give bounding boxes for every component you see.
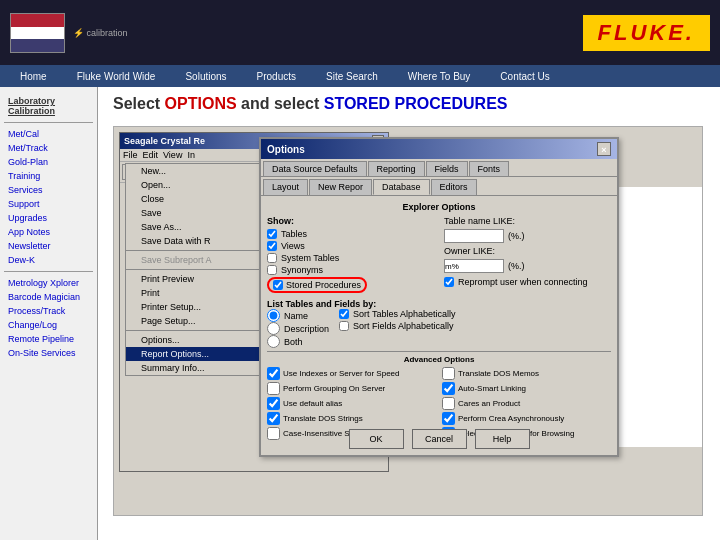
tab-fields[interactable]: Fields	[426, 161, 468, 176]
adv-cb-alias-label: Use default alias	[283, 399, 342, 408]
file-menu-pagesetup[interactable]: Page Setup...	[126, 314, 274, 328]
tab-database[interactable]: Database	[373, 179, 430, 195]
file-menu-printpreview[interactable]: Print Preview	[126, 272, 274, 286]
adv-cb-perform-async: Perform Crea Asynchronously	[442, 412, 611, 425]
nav-home[interactable]: Home	[20, 71, 47, 82]
options-dialog-title: Options ×	[261, 139, 617, 159]
file-menu-printersetup[interactable]: Printer Setup...	[126, 300, 274, 314]
radio-name-row: Name	[267, 309, 329, 322]
flag-logo: ★	[10, 13, 65, 53]
fluke-logo: FLUKE.	[583, 15, 710, 51]
sidebar-item-onsite[interactable]: On-Site Services	[0, 346, 97, 360]
cancel-button[interactable]: Cancel	[412, 429, 467, 449]
adv-cb-use-indexes-input[interactable]	[267, 367, 280, 380]
sidebar-item-dewk[interactable]: Dew-K	[0, 253, 97, 267]
ownername-row: Owner LIKE:	[444, 246, 611, 256]
sidebar-divider-2	[4, 271, 93, 272]
sidebar-item-upgrades[interactable]: Upgrades	[0, 211, 97, 225]
menu-view[interactable]: View	[163, 150, 182, 160]
ok-button[interactable]: OK	[349, 429, 404, 449]
file-menu-options[interactable]: Options...	[126, 333, 274, 347]
sidebar-item-mettrack[interactable]: Met/Track	[0, 141, 97, 155]
adv-cb-alias: Use default alias	[267, 397, 436, 410]
sidebar: Laboratory Calibration Met/Cal Met/Track…	[0, 87, 98, 540]
nav-products[interactable]: Products	[257, 71, 296, 82]
file-menu-new[interactable]: New...	[126, 164, 274, 178]
menu-file[interactable]: File	[123, 150, 138, 160]
nav-solutions[interactable]: Solutions	[185, 71, 226, 82]
reprompt-input[interactable]	[444, 277, 454, 287]
sidebar-item-processtrack[interactable]: Process/Track	[0, 304, 97, 318]
tab-layout[interactable]: Layout	[263, 179, 308, 195]
sidebar-item-metrology[interactable]: Metrology Xplorer	[0, 276, 97, 290]
checkbox-systemtables-input[interactable]	[267, 253, 277, 263]
adv-cb-dos-strings-input[interactable]	[267, 412, 280, 425]
nav-site-search[interactable]: Site Search	[326, 71, 378, 82]
tab-editors[interactable]: Editors	[431, 179, 477, 195]
file-menu-print[interactable]: Print	[126, 286, 274, 300]
sort-tables-input[interactable]	[339, 309, 349, 319]
tablename-input[interactable]	[444, 229, 504, 243]
tab-reporting[interactable]: Reporting	[368, 161, 425, 176]
ownername-input[interactable]	[444, 259, 504, 273]
checkbox-tables-input[interactable]	[267, 229, 277, 239]
tablename-pct: (%.)	[508, 231, 525, 241]
sidebar-item-barcode[interactable]: Barcode Magician	[0, 290, 97, 304]
menu-edit[interactable]: Edit	[143, 150, 159, 160]
file-menu-divider-2	[126, 269, 274, 270]
sidebar-item-newsletter[interactable]: Newsletter	[0, 239, 97, 253]
nav-fluke-worldwide[interactable]: Fluke World Wide	[77, 71, 156, 82]
sidebar-item-goldplan[interactable]: Gold-Plan	[0, 155, 97, 169]
menu-in[interactable]: In	[187, 150, 195, 160]
ownername-pct: (%.)	[508, 261, 525, 271]
main-area: Laboratory Calibration Met/Cal Met/Track…	[0, 87, 720, 540]
file-menu-close[interactable]: Close	[126, 192, 274, 206]
tab-datasource[interactable]: Data Source Defaults	[263, 161, 367, 176]
checkbox-storedproc-input[interactable]	[273, 280, 283, 290]
checkbox-views-input[interactable]	[267, 241, 277, 251]
tab-fonts[interactable]: Fonts	[469, 161, 510, 176]
sort-tables-label: Sort Tables Alphabetically	[353, 309, 455, 319]
title-stored: STORED PROCEDURES	[324, 95, 508, 112]
sidebar-item-support[interactable]: Support	[0, 197, 97, 211]
adv-cb-dos-strings-label: Translate DOS Strings	[283, 414, 363, 423]
radio-desc-input[interactable]	[267, 322, 280, 335]
nav-where-to-buy[interactable]: Where To Buy	[408, 71, 471, 82]
tab-newreport[interactable]: New Repor	[309, 179, 372, 195]
list-tables-label: List Tables and Fields by:	[267, 299, 611, 309]
sidebar-item-services[interactable]: Services	[0, 183, 97, 197]
sort-tables-row: Sort Tables Alphabetically	[339, 309, 455, 319]
help-button[interactable]: Help	[475, 429, 530, 449]
options-tab-bar: Data Source Defaults Reporting Fields Fo…	[261, 159, 617, 177]
file-menu-open[interactable]: Open...	[126, 178, 274, 192]
file-menu-saveas[interactable]: Save As...	[126, 220, 274, 234]
sidebar-item-training[interactable]: Training	[0, 169, 97, 183]
file-menu-summaryinfo[interactable]: Summary Info...	[126, 361, 274, 375]
sidebar-section-lab-cal: Laboratory Calibration	[0, 92, 97, 118]
adv-cb-autosmart: Auto-Smart Linking	[442, 382, 611, 395]
radio-both-input[interactable]	[267, 335, 280, 348]
adv-cb-dos-memos-input[interactable]	[442, 367, 455, 380]
adv-cb-grouping-input[interactable]	[267, 382, 280, 395]
sidebar-item-metcal[interactable]: Met/Cal	[0, 127, 97, 141]
checkbox-views: Views	[267, 241, 434, 251]
adv-cb-perform-async-input[interactable]	[442, 412, 455, 425]
checkbox-views-label: Views	[281, 241, 305, 251]
checkbox-synonyms: Synonyms	[267, 265, 434, 275]
checkbox-systemtables: System Tables	[267, 253, 434, 263]
options-col-right: Table name LIKE: (%.) Owner LIKE:	[444, 216, 611, 295]
radio-name-input[interactable]	[267, 309, 280, 322]
sidebar-item-appnotes[interactable]: App Notes	[0, 225, 97, 239]
adv-cb-autosmart-input[interactable]	[442, 382, 455, 395]
checkbox-synonyms-input[interactable]	[267, 265, 277, 275]
sidebar-item-remote-pipeline[interactable]: Remote Pipeline	[0, 332, 97, 346]
nav-contact-us[interactable]: Contact Us	[500, 71, 549, 82]
sidebar-item-changelog[interactable]: Change/Log	[0, 318, 97, 332]
file-menu-reportoptions[interactable]: Report Options...	[126, 347, 274, 361]
adv-cb-cares-product-input[interactable]	[442, 397, 455, 410]
adv-cb-alias-input[interactable]	[267, 397, 280, 410]
file-menu-save[interactable]: Save	[126, 206, 274, 220]
file-menu-savedata[interactable]: Save Data with R	[126, 234, 274, 248]
sort-fields-input[interactable]	[339, 321, 349, 331]
options-dialog-close-button[interactable]: ×	[597, 142, 611, 156]
